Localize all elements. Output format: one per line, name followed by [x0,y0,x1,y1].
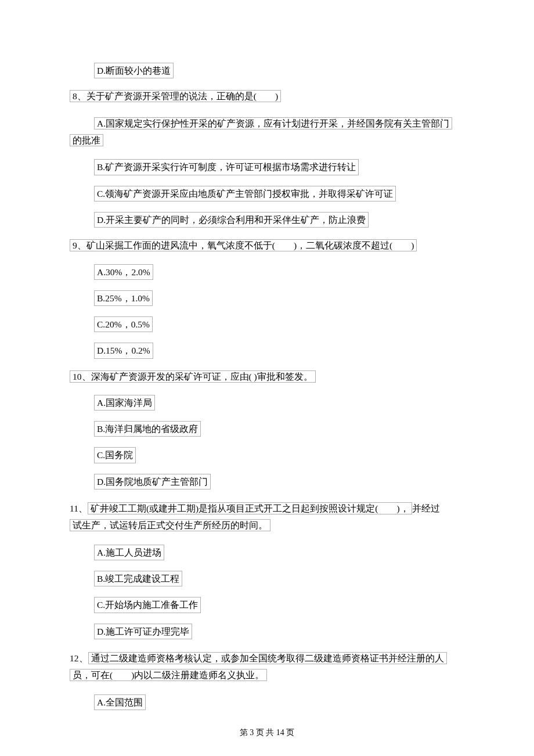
q11-stem: 11、矿井竣工工期(或建井工期)是指从项目正式开工之日起到按照设计规定( )，并… [70,500,464,534]
q8-stem: 8、关于矿产资源开采管理的说法，正确的是( ) [70,89,464,104]
q11-option-b: B.竣工完成建设工程 [94,571,182,586]
q11-stem-suffix: 并经过 [412,503,440,513]
q9-option-a: A.30%，2.0% [94,264,153,280]
q12-stem-line1: 通过二级建造师资格考核认定，或参加全国统考取得二级建造师资格证书并经注册的人 [88,652,447,664]
q12-option-a: A.全国范围 [94,694,146,710]
q8-option-d: D.开采主要矿产的同时，必须综合利用和开采伴生矿产，防止浪费 [94,212,369,228]
q11-option-d: D.施工许可证办理完毕 [94,624,192,639]
q11-option-a: A.施工人员进场 [94,545,164,560]
q12-stem-line2: 员，可在( )内以二级注册建造师名义执业。 [70,669,267,681]
q8-option-a-line1: A.国家规定实行保护性开采的矿产资源，应有计划进行开采，并经国务院有关主管部门 [94,117,452,129]
q11-stem-line2: 试生产，试运转后正式交付生产所经历的时间。 [70,519,270,531]
q11-stem-line1: 矿井竣工工期(或建井工期)是指从项目正式开工之日起到按照设计规定( )， [88,502,412,514]
q8-stem-text: 8、关于矿产资源开采管理的说法，正确的是( ) [70,90,281,102]
q8-option-b: B.矿产资源开采实行许可制度，许可证可根据市场需求进行转让 [94,159,359,175]
q10-option-c: C.国务院 [94,447,136,463]
q10-stem: 10、深海矿产资源开发的采矿许可证，应由( )审批和签发。 [70,369,464,384]
q7-option-d: D.断面较小的巷道 [94,63,174,78]
q11-prefix: 11、 [70,503,88,513]
q12-stem: 12、通过二级建造师资格考核认定，或参加全国统考取得二级建造师资格证书并经注册的… [70,650,464,684]
q9-stem-text: 9、矿山采掘工作面的进风流中，氧气浓度不低于( )，二氧化碳浓度不超过( ) [70,239,417,251]
q10-option-b: B.海洋归属地的省级政府 [94,421,201,437]
q10-stem-text: 10、深海矿产资源开发的采矿许可证，应由( )审批和签发。 [70,370,316,383]
q8-option-a-line2: 的批准 [70,134,103,146]
q9-option-c: C.20%，0.5% [94,316,153,332]
q12-prefix: 12、 [70,653,88,663]
q10-option-d: D.国务院地质矿产主管部门 [94,474,211,489]
q9-stem: 9、矿山采掘工作面的进风流中，氧气浓度不低于( )，二氧化碳浓度不超过( ) [70,238,464,253]
page-footer: 第 3 页 共 14 页 [0,726,534,739]
q9-option-d: D.15%，0.2% [94,343,153,358]
q10-option-a: A.国家海洋局 [94,395,155,411]
q11-option-c: C.开始场内施工准备工作 [94,597,201,613]
q8-option-a: A.国家规定实行保护性开采的矿产资源，应有计划进行开采，并经国务院有关主管部门 … [94,115,464,149]
q9-option-b: B.25%，1.0% [94,290,153,306]
q8-option-c: C.领海矿产资源开采应由地质矿产主管部门授权审批，并取得采矿许可证 [94,186,396,201]
